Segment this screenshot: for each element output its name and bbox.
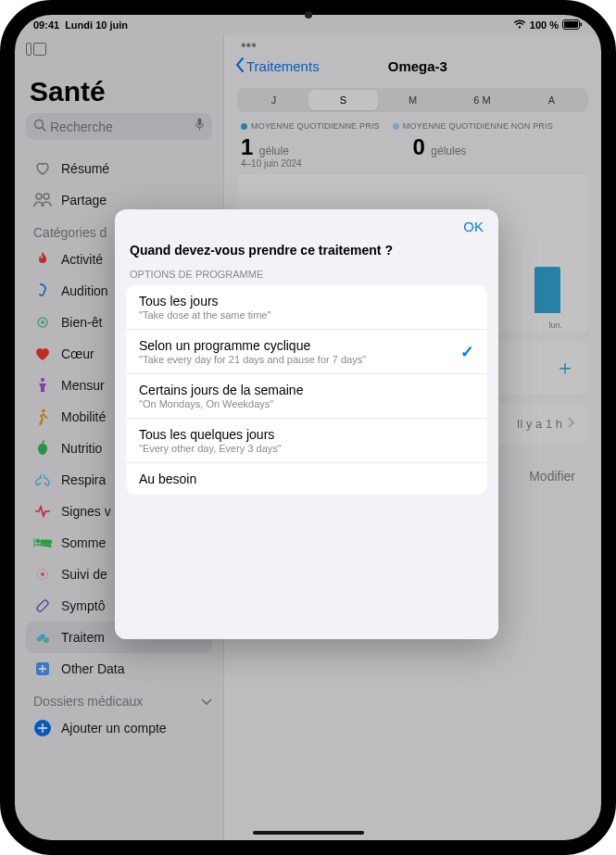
schedule-modal: OK Quand devez-vous prendre ce traitemen… <box>115 209 498 639</box>
option-weekdays[interactable]: Certains jours de la semaine "On Mondays… <box>126 374 487 419</box>
modal-title: Quand devez-vous prendre ce traitement ? <box>115 222 498 265</box>
check-icon: ✓ <box>460 342 474 362</box>
option-daily[interactable]: Tous les jours "Take dose at the same ti… <box>126 285 487 330</box>
modal-section-header: OPTIONS DE PROGRAMME <box>115 265 498 285</box>
option-interval[interactable]: Tous les quelques jours "Every other day… <box>126 419 487 463</box>
home-indicator[interactable] <box>253 831 364 835</box>
option-as-needed[interactable]: Au besoin <box>126 463 487 495</box>
option-cyclic[interactable]: Selon un programme cyclique "Take every … <box>126 330 487 374</box>
screen: 09:41 Lundi 10 juin 100 % Santé Recherch… <box>15 15 601 840</box>
schedule-options: Tous les jours "Take dose at the same ti… <box>126 285 487 495</box>
ok-button[interactable]: OK <box>463 219 484 234</box>
camera-dot <box>305 11 312 19</box>
